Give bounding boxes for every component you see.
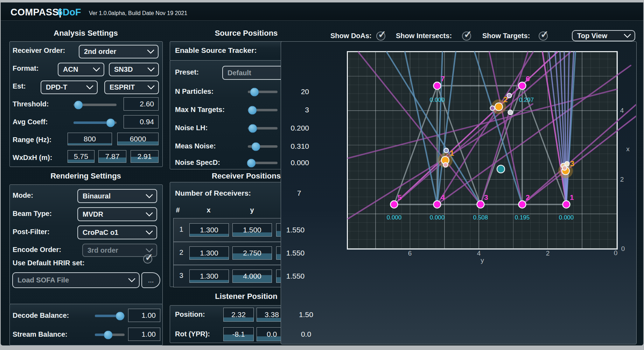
listener-dot[interactable] <box>497 165 505 173</box>
avg-coeff-slider[interactable] <box>74 121 117 124</box>
receiver-x-box[interactable]: 1.300 <box>189 270 229 283</box>
show-intersects-checkbox[interactable] <box>462 31 471 41</box>
sofa-browse-button[interactable]: ... <box>141 272 160 288</box>
decode-balance-slider[interactable] <box>95 315 125 317</box>
receiver-dot[interactable] <box>519 82 526 90</box>
show-targets-checkbox[interactable] <box>539 31 548 41</box>
beam-type-dropdown[interactable]: MVDR <box>77 207 157 221</box>
rendering-settings-panel: Mode: Binaural Beam Type: MVDR Post-Filt… <box>9 184 163 304</box>
analysis-settings-title: Analysis Settings <box>9 29 162 38</box>
stream-balance-slider[interactable] <box>95 334 125 336</box>
slider-knob[interactable] <box>248 106 257 114</box>
format-norm-dropdown[interactable]: SN3D <box>109 63 159 76</box>
doa-line <box>522 100 636 204</box>
intersect-dot <box>507 93 512 98</box>
receiver-x-box[interactable]: 1.300 <box>189 246 229 260</box>
listener-rot-label: Rot (YPR): <box>175 330 210 338</box>
listener-x-box[interactable]: 2.32 <box>223 308 254 322</box>
range-high-box[interactable]: 6000 <box>117 133 159 145</box>
receiver-number: 5 <box>398 193 402 201</box>
app-window: COMPASS| 6DoF Ver 1.0.0alpha, Build Date… <box>0 0 644 350</box>
receiver-number: 4 <box>441 193 445 201</box>
slider-knob[interactable] <box>106 118 115 127</box>
format-channel-dropdown[interactable]: ACN <box>58 63 104 76</box>
row-index: 3 <box>179 272 183 280</box>
max-targets-slider[interactable] <box>248 109 278 111</box>
receiver-dot[interactable] <box>434 201 441 208</box>
dim-width-box[interactable]: 5.75 <box>68 150 94 163</box>
receiver-dot[interactable] <box>519 201 526 208</box>
chevron-down-icon <box>146 191 153 198</box>
decode-balance-value-box[interactable]: 1.00 <box>128 309 160 322</box>
avg-coeff-label: Avg Coeff: <box>13 118 48 126</box>
show-doas-checkbox[interactable] <box>376 31 385 41</box>
receiver-distance: 0.195 <box>515 214 530 221</box>
chevron-down-icon <box>86 82 93 90</box>
receiver-order-dropdown[interactable]: 2nd order <box>79 45 159 58</box>
threshold-slider[interactable] <box>74 104 117 106</box>
mode-value: Binaural <box>83 192 111 200</box>
meas-noise-slider[interactable] <box>248 145 278 148</box>
col-header-y: y <box>250 206 254 214</box>
slider-knob[interactable] <box>248 124 257 133</box>
intersect-dot <box>562 166 567 170</box>
dim-depth-box[interactable]: 7.87 <box>98 150 126 163</box>
chevron-down-icon <box>128 275 135 282</box>
mode-dropdown[interactable]: Binaural <box>77 189 157 203</box>
receiver-dot[interactable] <box>434 82 441 90</box>
chevron-down-icon <box>146 209 153 216</box>
format-channel-value: ACN <box>63 65 78 74</box>
show-intersects-label: Show Intersects: <box>396 32 452 40</box>
num-receivers-label: Number of Receivers: <box>175 189 251 197</box>
est-method-dropdown[interactable]: DPD-T <box>41 80 98 94</box>
receiver-number: 7 <box>441 75 445 83</box>
col-header-index: # <box>176 206 180 214</box>
slider-knob[interactable] <box>104 330 113 339</box>
est-algo-value: ESPRIT <box>110 83 135 91</box>
stream-balance-value-box[interactable]: 1.00 <box>128 328 160 341</box>
slider-knob[interactable] <box>116 312 125 320</box>
chevron-down-icon <box>624 30 631 38</box>
encode-order-label: Encode Order: <box>13 246 61 254</box>
receiver-y-box[interactable]: 1.500 <box>232 223 272 237</box>
receiver-number: 3 <box>484 193 488 201</box>
listener-yaw-box[interactable]: -8.1 <box>223 327 254 341</box>
post-filter-dropdown[interactable]: CroPaC o1 <box>77 225 157 239</box>
dims-label: WxDxH (m): <box>13 154 52 162</box>
col-header-x: x <box>206 206 210 214</box>
threshold-label: Threshold: <box>13 100 49 108</box>
slider-knob[interactable] <box>250 88 259 96</box>
est-algo-dropdown[interactable]: ESPRIT <box>104 80 159 94</box>
est-label: Est: <box>13 82 26 90</box>
threshold-value-box[interactable]: 2.60 <box>124 97 159 111</box>
receiver-y-box[interactable]: 4.000 <box>232 270 272 283</box>
receiver-x-box[interactable]: 1.300 <box>189 223 229 237</box>
slider-knob[interactable] <box>74 100 83 109</box>
mode-label: Mode: <box>13 191 33 200</box>
beam-type-label: Beam Type: <box>13 210 52 218</box>
intersect-dot <box>444 148 449 153</box>
noise-lh-slider[interactable] <box>248 127 278 130</box>
analysis-settings-panel: Receiver Order: 2nd order Format: ACN SN… <box>9 41 163 167</box>
range-low-box[interactable]: 800 <box>68 133 112 145</box>
receiver-y-box[interactable]: 2.750 <box>232 246 272 260</box>
slider-knob[interactable] <box>247 159 256 167</box>
doa-line <box>348 89 617 158</box>
dim-height-box[interactable]: 2.91 <box>131 150 159 163</box>
receiver-distance: 0.000 <box>430 214 445 221</box>
n-particles-slider[interactable] <box>248 91 278 93</box>
plugin-background: COMPASS| 6DoF Ver 1.0.0alpha, Build Date… <box>1 2 643 345</box>
avg-coeff-value-box[interactable]: 0.94 <box>124 115 159 128</box>
version-text: Ver 1.0.0alpha, Build Date Nov 19 2021 <box>89 10 187 16</box>
sofa-file-dropdown[interactable]: Load SOFA File <box>12 272 140 288</box>
hrir-checkbox[interactable] <box>143 254 152 264</box>
receiver-dot[interactable] <box>391 201 398 208</box>
view-mode-dropdown[interactable]: Top View <box>572 30 635 41</box>
receiver-dot[interactable] <box>563 201 570 208</box>
slider-knob[interactable] <box>251 142 260 151</box>
noise-specd-slider[interactable] <box>248 162 278 164</box>
chevron-down-icon <box>147 82 155 90</box>
receiver-dot[interactable] <box>477 201 484 208</box>
target-dot[interactable] <box>495 103 503 111</box>
receiver-order-value: 2nd order <box>84 48 116 56</box>
